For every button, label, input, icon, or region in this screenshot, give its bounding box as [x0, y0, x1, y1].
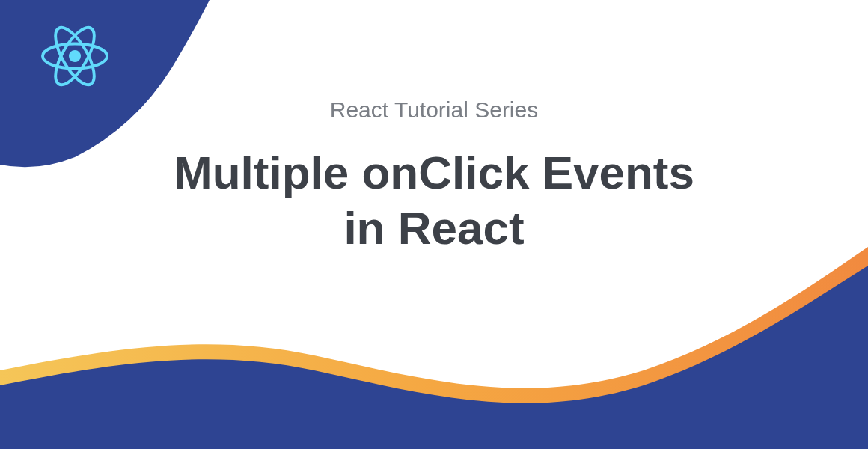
bottom-wave-decoration: [0, 239, 868, 449]
react-icon: [41, 22, 109, 90]
series-subtitle: React Tutorial Series: [0, 97, 868, 123]
hero-content: React Tutorial Series Multiple onClick E…: [0, 97, 868, 257]
svg-point-0: [69, 50, 81, 62]
